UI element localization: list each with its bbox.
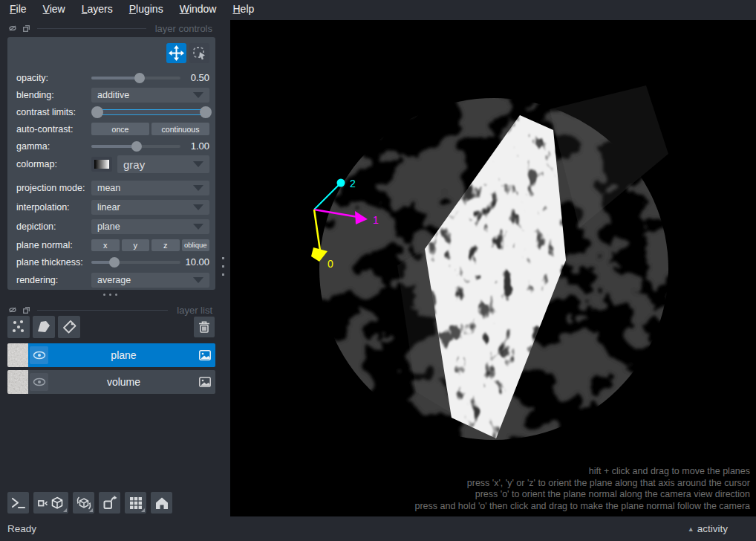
layer-controls-dock-header: layer controls xyxy=(0,21,220,36)
plane-normal-y-button[interactable]: y xyxy=(122,239,150,251)
y-label: y xyxy=(134,241,138,250)
opacity-value: 0.50 xyxy=(191,72,209,83)
depiction-value: plane xyxy=(97,221,120,232)
auto-contrast-once-button[interactable]: once xyxy=(91,123,149,135)
axis-0-label: 0 xyxy=(328,258,333,270)
projection-mode-label: projection mode: xyxy=(16,183,91,193)
depiction-label: depiction: xyxy=(16,221,91,232)
activity-label: activity xyxy=(697,523,728,534)
pan-zoom-mode-button[interactable] xyxy=(166,43,186,63)
plane-normal-oblique-button[interactable]: oblique xyxy=(182,239,210,251)
activity-toggle[interactable]: ▲ activity xyxy=(688,523,728,534)
rendering-dropdown[interactable]: average xyxy=(91,273,209,288)
projection-mode-dropdown[interactable]: mean xyxy=(91,181,209,195)
layer-thumbnail xyxy=(7,343,28,367)
gamma-slider[interactable] xyxy=(91,141,180,152)
home-reset-view-button[interactable] xyxy=(151,492,172,514)
layer-list-toolbar xyxy=(7,316,215,338)
plane-thickness-slider[interactable] xyxy=(91,257,180,268)
layer-thumbnail xyxy=(7,370,28,394)
layer-controls-panel: opacity: 0.50 blending: additive contras… xyxy=(7,37,215,290)
layer-list-dock-header: layer list xyxy=(0,302,220,317)
plane-normal-row: plane normal: x y z oblique xyxy=(16,236,209,253)
menu-bar: File View Layers Plugins Window Help xyxy=(0,0,756,18)
plane-normal-x-button[interactable]: x xyxy=(91,239,120,251)
axis-2-label: 2 xyxy=(350,178,356,189)
visibility-eye-button[interactable] xyxy=(30,373,48,391)
blending-dropdown[interactable]: additive xyxy=(91,88,209,103)
chevron-down-icon xyxy=(193,92,203,98)
plane-thickness-handle[interactable] xyxy=(109,257,120,268)
interpolation-row: interpolation: linear xyxy=(16,198,209,217)
dock-resize-handle[interactable] xyxy=(0,294,220,296)
points-layer-icon xyxy=(10,319,27,335)
contrast-low-handle[interactable] xyxy=(91,106,103,118)
blending-row: blending: additive xyxy=(16,86,209,103)
opacity-slider[interactable] xyxy=(91,73,180,83)
new-shapes-layer-button[interactable] xyxy=(33,316,55,338)
dock-divider-line xyxy=(37,28,146,29)
hide-dock-icon[interactable] xyxy=(9,307,16,313)
ndisplay-toggle-button[interactable] xyxy=(33,492,68,514)
home-icon xyxy=(154,495,170,511)
grid-mode-button[interactable] xyxy=(125,492,146,514)
menu-view[interactable]: View xyxy=(35,0,74,18)
colormap-dropdown[interactable]: gray xyxy=(117,155,209,173)
menu-window[interactable]: Window xyxy=(172,0,225,18)
layer-row-volume[interactable]: volume xyxy=(7,370,215,394)
status-message: Ready xyxy=(7,523,36,534)
layer-name: plane xyxy=(48,349,199,361)
layer-list: plane volume xyxy=(7,343,215,394)
colormap-row: colormap: gray xyxy=(16,155,209,174)
console-button[interactable] xyxy=(7,492,29,514)
oblique-label: oblique xyxy=(184,241,207,249)
opacity-slider-handle[interactable] xyxy=(134,73,145,83)
interpolation-value: linear xyxy=(97,202,120,213)
chevron-up-icon: ▲ xyxy=(688,525,694,533)
roll-dimensions-button[interactable] xyxy=(73,492,94,514)
menu-help[interactable]: Help xyxy=(224,0,262,18)
float-dock-icon[interactable] xyxy=(23,307,30,314)
colormap-label: colormap: xyxy=(16,159,91,169)
labels-layer-icon xyxy=(61,319,77,335)
contrast-high-handle[interactable] xyxy=(200,106,212,118)
2d-3d-toggle-icon xyxy=(36,495,66,511)
status-bar: Ready ▲ activity xyxy=(0,516,756,541)
viewer-canvas[interactable]: 2 1 0 hift + click and drag to move the … xyxy=(230,20,756,516)
contrast-limits-slider[interactable] xyxy=(91,106,212,118)
interpolation-dropdown[interactable]: linear xyxy=(91,200,209,215)
overlay-line: hift + click and drag to move the planes xyxy=(414,466,750,478)
gray-gradient-icon xyxy=(94,160,109,169)
z-label: z xyxy=(163,241,168,250)
transpose-dimensions-button[interactable] xyxy=(99,492,120,514)
x-label: x xyxy=(103,241,108,250)
new-points-layer-button[interactable] xyxy=(7,316,30,338)
menu-file[interactable]: File xyxy=(1,0,35,18)
new-labels-layer-button[interactable] xyxy=(58,316,80,338)
hide-dock-icon[interactable] xyxy=(9,25,16,31)
gamma-slider-handle[interactable] xyxy=(131,141,142,152)
panel-splitter-handle[interactable] xyxy=(222,257,224,276)
transform-mode-button[interactable] xyxy=(189,43,209,63)
rendering-value: average xyxy=(97,275,131,285)
depiction-dropdown[interactable]: plane xyxy=(91,219,209,234)
visibility-eye-button[interactable] xyxy=(30,346,48,364)
opacity-row: opacity: 0.50 xyxy=(16,69,209,86)
plane-normal-z-button[interactable]: z xyxy=(151,239,180,251)
image-layer-icon xyxy=(199,350,211,360)
rendering-row: rendering: average xyxy=(16,270,209,290)
layer-row-plane[interactable]: plane xyxy=(7,343,215,367)
colormap-swatch[interactable] xyxy=(91,157,112,172)
contrast-limits-row: contrast limits: xyxy=(16,103,209,120)
console-icon xyxy=(10,495,27,511)
layer-name: volume xyxy=(48,376,199,388)
float-dock-icon[interactable] xyxy=(23,25,30,32)
opacity-label: opacity: xyxy=(16,73,91,83)
auto-contrast-continuous-button[interactable]: continuous xyxy=(151,123,209,135)
menu-layers[interactable]: Layers xyxy=(74,0,121,18)
contrast-limits-label: contrast limits: xyxy=(16,107,91,117)
blending-value: additive xyxy=(97,90,129,100)
delete-layer-button[interactable] xyxy=(194,317,215,337)
overlay-line: press and hold 'o' then click and drag t… xyxy=(414,501,750,513)
menu-plugins[interactable]: Plugins xyxy=(121,0,172,18)
